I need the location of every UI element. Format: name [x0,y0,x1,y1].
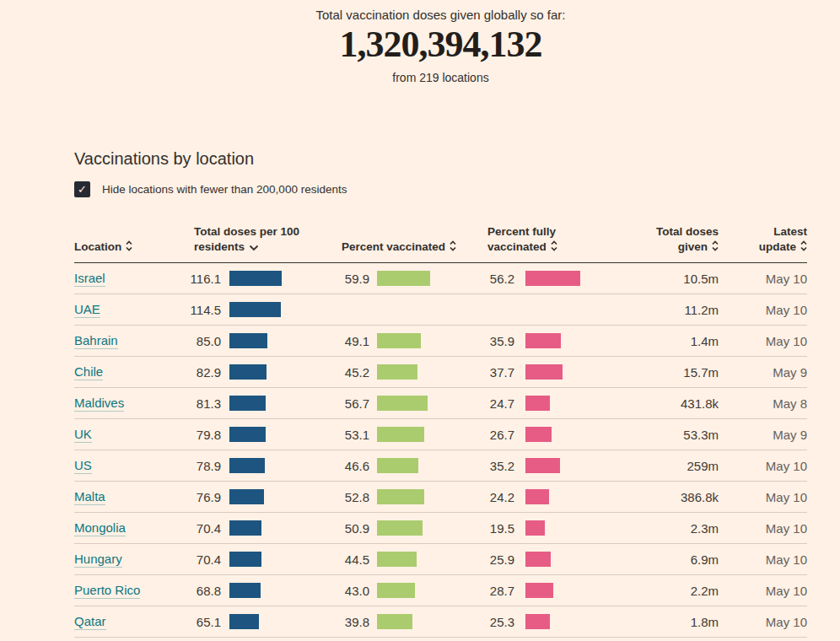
percent-fully-vaccinated-bar-cell [514,271,584,286]
doses-per-100-bar [229,333,267,348]
doses-per-100-value: 70.4 [184,552,221,567]
sort-both-icon [551,240,557,256]
doses-per-100-bar [229,427,266,442]
percent-vaccinated-bar [377,427,424,442]
doses-per-100-bar-cell [221,520,299,536]
percent-vaccinated-bar-cell [369,427,436,442]
location-link[interactable]: Israel [74,271,105,287]
section-title: Vaccinations by location [74,149,807,169]
table-row: Malta 76.9 52.8 24.2 386.8k May 10 [74,482,807,513]
location-link[interactable]: UAE [74,302,100,318]
total-doses-given-value: 2.3m [584,521,719,536]
total-doses-given-value: 386.8k [584,490,719,504]
location-link[interactable]: Maldives [74,396,124,412]
location-link[interactable]: Hungary [74,552,122,568]
percent-vaccinated-bar-cell [369,458,436,473]
percent-vaccinated-bar-cell [369,520,436,536]
location-cell: Hungary [74,552,184,567]
total-doses-given-value: 11.2m [584,303,719,317]
doses-per-100-value: 114.5 [184,303,221,317]
percent-fully-vaccinated-bar [525,396,550,411]
percent-fully-vaccinated-value: 19.5 [436,521,514,536]
percent-fully-vaccinated-bar [525,458,560,473]
total-doses-given-value: 53.3m [584,428,719,442]
total-doses-given-value: 1.4m [584,334,719,348]
location-link[interactable]: Mongolia [74,520,126,536]
column-header-percent-fully-vaccinated[interactable]: Percent fully vaccinated [436,224,584,256]
table-row: Qatar 65.1 39.8 25.3 1.8m May 10 [74,606,807,638]
latest-update-value: May 10 [719,552,807,567]
location-link[interactable]: Chile [74,364,103,380]
percent-vaccinated-bar [377,583,415,598]
sort-both-icon [126,240,132,256]
table-body: Israel 116.1 59.9 56.2 10.5m May 10 UAE … [74,263,807,638]
percent-vaccinated-bar [377,333,421,348]
percent-fully-vaccinated-bar-cell [514,302,584,317]
location-link[interactable]: Bahrain [74,333,118,349]
column-header-doses-per-100[interactable]: Total doses per 100 residents [184,224,299,256]
column-label-doses-per-100: Total doses per 100 residents [194,225,299,253]
percent-fully-vaccinated-bar-cell [514,489,584,504]
doses-per-100-bar-cell [221,489,299,504]
latest-update-value: May 10 [719,334,807,348]
doses-per-100-bar [229,396,266,411]
hide-small-locations-checkbox[interactable]: ✓ [74,181,90,197]
location-cell: Israel [74,271,184,286]
doses-per-100-value: 79.8 [184,428,221,442]
doses-per-100-value: 70.4 [184,521,221,536]
percent-fully-vaccinated-bar-cell [514,396,584,411]
percent-fully-vaccinated-value: 24.2 [436,490,514,504]
sort-both-icon [800,240,807,256]
total-doses-given-value: 1.8m [584,615,719,629]
location-link[interactable]: Puerto Rico [74,583,140,599]
doses-per-100-value: 81.3 [184,396,221,411]
percent-fully-vaccinated-value: 25.3 [436,615,514,629]
table-row: Maldives 81.3 56.7 24.7 431.8k May 8 [74,388,807,419]
table-row: Chile 82.9 45.2 37.7 15.7m May 9 [74,357,807,388]
total-doses-given-value: 2.2m [584,584,719,598]
column-header-latest-update[interactable]: Latest update [719,224,807,256]
location-cell: Chile [74,364,184,380]
location-cell: Qatar [74,614,184,629]
percent-fully-vaccinated-bar [525,552,551,567]
location-link[interactable]: Malta [74,489,105,505]
percent-fully-vaccinated-bar-cell [514,458,584,473]
percent-vaccinated-bar [377,520,423,536]
percent-fully-vaccinated-bar-cell [514,520,584,536]
percent-fully-vaccinated-bar [525,583,553,598]
percent-vaccinated-bar [377,489,424,504]
location-link[interactable]: UK [74,427,92,443]
percent-vaccinated-value: 39.8 [299,615,369,629]
column-header-percent-vaccinated[interactable]: Percent vaccinated [299,240,436,256]
percent-vaccinated-bar [377,458,418,473]
column-header-total-doses-given[interactable]: Total doses given [584,224,719,256]
location-link[interactable]: US [74,458,92,474]
percent-fully-vaccinated-value: 28.7 [436,584,514,598]
doses-per-100-value: 76.9 [184,490,221,504]
page-container: Total vaccination doses given globally s… [74,0,807,638]
percent-fully-vaccinated-value: 35.2 [436,459,514,473]
table-row: Mongolia 70.4 50.9 19.5 2.3m May 10 [74,513,807,544]
doses-per-100-bar-cell [221,458,299,473]
doses-per-100-value: 116.1 [184,272,221,286]
percent-fully-vaccinated-value: 24.7 [436,396,514,411]
percent-vaccinated-bar-cell [369,396,436,411]
doses-per-100-bar-cell [221,396,299,411]
column-header-location[interactable]: Location [74,240,184,256]
doses-per-100-bar [229,302,281,317]
table-row: Hungary 70.4 44.5 25.9 6.9m May 10 [74,544,807,575]
percent-vaccinated-value: 44.5 [299,552,369,567]
location-cell: UK [74,427,184,442]
location-cell: Maldives [74,396,184,411]
doses-per-100-value: 85.0 [184,334,221,348]
percent-vaccinated-bar-cell [369,552,436,567]
percent-vaccinated-value: 45.2 [299,365,369,380]
location-cell: US [74,458,184,473]
location-cell: Bahrain [74,333,184,348]
percent-vaccinated-bar [377,396,428,411]
table-row: UK 79.8 53.1 26.7 53.3m May 9 [74,419,807,450]
doses-per-100-value: 65.1 [184,615,221,629]
percent-fully-vaccinated-bar-cell [514,614,584,629]
location-link[interactable]: Qatar [74,614,106,630]
percent-vaccinated-value: 50.9 [299,521,369,536]
